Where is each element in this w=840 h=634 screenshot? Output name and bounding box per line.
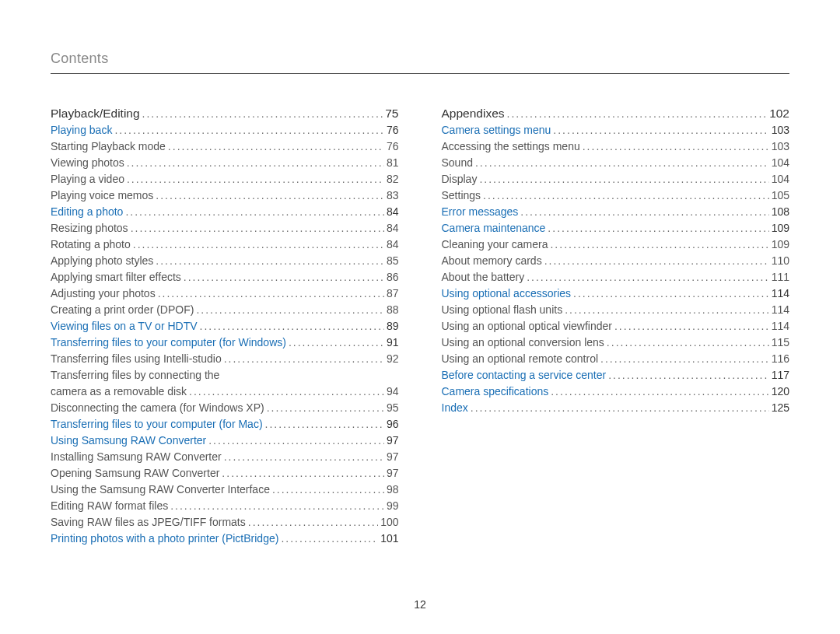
toc-entry-label: Creating a print order (DPOF) — [51, 302, 194, 318]
leader-dots: ........................................… — [607, 335, 769, 351]
leader-dots: ........................................… — [281, 531, 378, 547]
toc-columns: Playback/Editing .......................… — [51, 105, 789, 547]
toc-entry[interactable]: Error messages .........................… — [442, 204, 790, 220]
toc-entry-page: 103 — [772, 122, 789, 138]
toc-entry-page: 105 — [772, 187, 789, 204]
leader-dots: ........................................… — [170, 498, 384, 514]
toc-entry-page: 116 — [772, 351, 789, 367]
toc-entry: Editing RAW format files ...............… — [51, 498, 399, 514]
leader-dots: ........................................… — [127, 171, 384, 187]
toc-entry-page: 109 — [772, 220, 789, 236]
leader-dots: ........................................… — [483, 187, 769, 204]
leader-dots: ........................................… — [600, 351, 769, 367]
toc-entry: Playing a video ........................… — [51, 171, 399, 187]
toc-entry[interactable]: Camera maintenance .....................… — [442, 220, 790, 236]
toc-entry[interactable]: Camera settings menu ...................… — [442, 122, 790, 138]
toc-entry-label: Before contacting a service center — [442, 367, 607, 384]
leader-dots: ........................................… — [272, 482, 384, 498]
toc-entry[interactable]: Before contacting a service center .....… — [442, 367, 790, 384]
toc-entry-label: Transferring files to your computer (for… — [51, 335, 286, 351]
toc-entry-page: 114 — [772, 302, 789, 318]
toc-entry-label: Applying smart filter effects — [51, 269, 181, 285]
toc-entry-label: Cleaning your camera — [442, 236, 548, 253]
toc-entry-page: 120 — [772, 384, 789, 400]
toc-entry-page: 87 — [387, 285, 399, 302]
toc-entry: Using an optional remote control .......… — [442, 351, 790, 367]
toc-entry-label: Transferring files using Intelli-studio — [51, 351, 222, 367]
toc-entry-label: Playing back — [51, 122, 112, 138]
leader-dots: ........................................… — [471, 400, 769, 416]
toc-entry: Display ................................… — [442, 171, 790, 187]
toc-column-left: Playback/Editing .......................… — [51, 105, 399, 547]
toc-entry-label: Playing voice memos — [51, 187, 153, 204]
leader-dots: ........................................… — [222, 465, 384, 482]
toc-entry-label: Viewing files on a TV or HDTV — [51, 318, 198, 335]
toc-entry[interactable]: Viewing files on a TV or HDTV ..........… — [51, 318, 399, 335]
toc-entry-page: 97 — [387, 433, 399, 449]
toc-entry-page: 91 — [387, 335, 399, 351]
leader-dots: ........................................… — [200, 318, 384, 335]
leader-dots: ........................................… — [550, 236, 768, 253]
leader-dots: ........................................… — [196, 302, 384, 318]
toc-entry-label: Using an optional conversion lens — [442, 335, 604, 351]
toc-entry[interactable]: Transferring files to your computer (for… — [51, 335, 399, 351]
toc-entry: Using an optional optical viewfinder ...… — [442, 318, 790, 335]
toc-entry-page: 84 — [387, 236, 399, 253]
leader-dots: ........................................… — [168, 138, 384, 155]
toc-entry[interactable]: Editing a photo ........................… — [51, 204, 399, 220]
toc-entry-label: camera as a removable disk — [51, 384, 187, 400]
toc-entry-page: 83 — [387, 187, 399, 204]
toc-entry-label: Error messages — [442, 204, 519, 220]
toc-entry-page: 110 — [772, 253, 789, 269]
toc-entry[interactable]: Transferring files to your computer (for… — [51, 416, 399, 433]
toc-entry-label: Editing RAW format files — [51, 498, 168, 514]
page-title: Contents — [51, 51, 789, 74]
toc-entry-page: 102 — [769, 105, 789, 121]
toc-entry-label: Using an optional optical viewfinder — [442, 318, 612, 335]
toc-entry-page: 109 — [772, 236, 789, 253]
toc-entry: Applying smart filter effects ..........… — [51, 269, 399, 285]
toc-entry-label: Accessing the settings menu — [442, 138, 580, 155]
toc-entry-page: 92 — [387, 351, 399, 367]
toc-entry: Starting Playback mode .................… — [51, 138, 399, 155]
toc-entry-continuation: camera as a removable disk .............… — [51, 384, 399, 400]
toc-entry[interactable]: Using Samsung RAW Converter ............… — [51, 433, 399, 449]
leader-dots: ........................................… — [479, 171, 768, 187]
toc-entry-label: Applying photo styles — [51, 253, 153, 269]
leader-dots: ........................................… — [565, 302, 768, 318]
toc-entry-page: 99 — [387, 498, 399, 514]
toc-entry: Cleaning your camera ...................… — [442, 236, 790, 253]
toc-entry-page: 88 — [387, 302, 399, 318]
leader-dots: ........................................… — [208, 433, 384, 449]
toc-entry[interactable]: Printing photos with a photo printer (Pi… — [51, 531, 399, 547]
toc-entry-page: 85 — [387, 253, 399, 269]
toc-entry[interactable]: Camera specifications ..................… — [442, 384, 790, 400]
toc-entry-page: 117 — [772, 367, 789, 384]
toc-entry-page: 76 — [387, 138, 399, 155]
leader-dots: ........................................… — [224, 449, 384, 465]
toc-entry-page: 82 — [387, 171, 399, 187]
toc-entry-label: Adjusting your photos — [51, 285, 156, 302]
leader-dots: ........................................… — [133, 236, 384, 253]
toc-entry[interactable]: Using optional accessories .............… — [442, 285, 790, 302]
toc-entry[interactable]: Index ..................................… — [442, 400, 790, 416]
toc-entry-label: Editing a photo — [51, 204, 123, 220]
leader-dots: ........................................… — [289, 335, 384, 351]
toc-entry-label: Playback/Editing — [51, 105, 140, 121]
toc-entry-label: Saving RAW files as JPEG/TIFF formats — [51, 514, 246, 531]
leader-dots: ........................................… — [608, 367, 768, 384]
leader-dots: ........................................… — [114, 122, 384, 138]
leader-dots: ........................................… — [548, 220, 768, 236]
toc-entry-label: Playing a video — [51, 171, 124, 187]
toc-entry-label: About memory cards — [442, 253, 542, 269]
leader-dots: ........................................… — [156, 187, 384, 204]
toc-entry-label: Installing Samsung RAW Converter — [51, 449, 222, 465]
toc-column-right: Appendixes .............................… — [442, 105, 790, 547]
toc-entry[interactable]: Playing back ...........................… — [51, 122, 399, 138]
toc-entry-page: 103 — [772, 138, 789, 155]
toc-entry-label: Disconnecting the camera (for Windows XP… — [51, 400, 264, 416]
toc-entry: Adjusting your photos ..................… — [51, 285, 399, 302]
toc-entry-page: 75 — [385, 105, 398, 121]
leader-dots: ........................................… — [527, 269, 769, 285]
toc-entry: Installing Samsung RAW Converter .......… — [51, 449, 399, 465]
